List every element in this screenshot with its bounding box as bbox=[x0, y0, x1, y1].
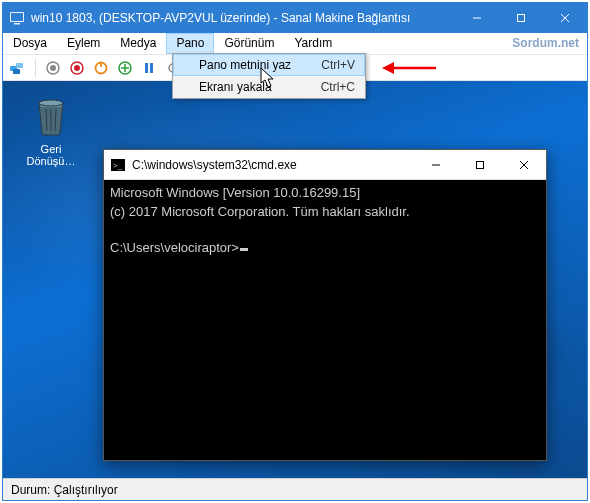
titlebar[interactable]: win10 1803, (DESKTOP-AVP2VUL üzerinde) -… bbox=[3, 3, 587, 33]
save-icon[interactable] bbox=[116, 59, 134, 77]
svg-rect-8 bbox=[16, 63, 23, 68]
menu-pano[interactable]: Pano bbox=[166, 33, 214, 54]
svg-point-13 bbox=[74, 65, 80, 71]
turnoff-icon[interactable] bbox=[68, 59, 86, 77]
menu-dosya[interactable]: Dosya bbox=[3, 33, 57, 54]
cmd-maximize-button[interactable] bbox=[458, 150, 502, 179]
svg-point-22 bbox=[39, 100, 63, 106]
menu-yardim[interactable]: Yardım bbox=[284, 33, 342, 54]
cmd-line2: (c) 2017 Microsoft Corporation. Tüm hakl… bbox=[110, 204, 410, 219]
annotation-arrow-icon bbox=[380, 60, 438, 76]
menu-eylem[interactable]: Eylem bbox=[57, 33, 110, 54]
cmd-window[interactable]: >_ C:\windows\system32\cmd.exe Microsoft… bbox=[103, 149, 547, 461]
svg-point-11 bbox=[50, 65, 56, 71]
svg-rect-17 bbox=[145, 63, 148, 73]
svg-rect-1 bbox=[11, 13, 23, 21]
toolbar-separator bbox=[35, 59, 36, 77]
shutdown-icon[interactable] bbox=[92, 59, 110, 77]
cmd-window-controls bbox=[414, 150, 546, 179]
cmd-title: C:\windows\system32\cmd.exe bbox=[132, 158, 414, 172]
svg-text:>_: >_ bbox=[113, 161, 123, 170]
trash-icon bbox=[31, 93, 71, 137]
menu-item-label: Pano metnini yaz bbox=[199, 58, 321, 72]
cmd-terminal[interactable]: Microsoft Windows [Version 10.0.16299.15… bbox=[104, 180, 546, 460]
cmd-cursor bbox=[240, 248, 248, 251]
statusbar: Durum: Çalıştırılıyor bbox=[3, 478, 587, 500]
menu-gorunum[interactable]: Görünüm bbox=[214, 33, 284, 54]
menu-item-shortcut: Ctrl+V bbox=[321, 58, 355, 72]
maximize-button[interactable] bbox=[499, 3, 543, 33]
svg-rect-26 bbox=[477, 161, 484, 168]
recycle-bin-label: Geri Dönüşü… bbox=[21, 143, 81, 167]
menu-item-ekrani-yakala[interactable]: Ekranı yakala Ctrl+C bbox=[173, 76, 365, 98]
cmd-minimize-button[interactable] bbox=[414, 150, 458, 179]
window-title: win10 1803, (DESKTOP-AVP2VUL üzerinde) -… bbox=[31, 11, 455, 25]
svg-rect-2 bbox=[14, 23, 20, 25]
cmd-prompt: C:\Users\velociraptor> bbox=[110, 240, 239, 255]
cmd-close-button[interactable] bbox=[502, 150, 546, 179]
watermark-text: Sordum.net bbox=[512, 36, 579, 50]
svg-rect-9 bbox=[13, 69, 20, 74]
cmd-line1: Microsoft Windows [Version 10.0.16299.15… bbox=[110, 185, 360, 200]
vm-app-icon bbox=[9, 10, 25, 26]
svg-rect-4 bbox=[518, 15, 525, 22]
window-controls bbox=[455, 3, 587, 33]
svg-rect-18 bbox=[150, 63, 153, 73]
vm-desktop[interactable]: Geri Dönüşü… >_ C:\windows\system32\cmd.… bbox=[3, 81, 587, 478]
menu-medya[interactable]: Medya bbox=[110, 33, 166, 54]
cmd-titlebar[interactable]: >_ C:\windows\system32\cmd.exe bbox=[104, 150, 546, 180]
menu-item-label: Ekranı yakala bbox=[199, 80, 321, 94]
status-text: Durum: Çalıştırılıyor bbox=[11, 483, 118, 497]
pano-dropdown-menu: Pano metnini yaz Ctrl+V Ekranı yakala Ct… bbox=[172, 53, 366, 99]
pause-icon[interactable] bbox=[140, 59, 158, 77]
menu-item-shortcut: Ctrl+C bbox=[321, 80, 355, 94]
minimize-button[interactable] bbox=[455, 3, 499, 33]
close-button[interactable] bbox=[543, 3, 587, 33]
cmd-app-icon: >_ bbox=[110, 157, 126, 173]
recycle-bin-icon[interactable]: Geri Dönüşü… bbox=[21, 93, 81, 167]
menu-item-pano-metnini-yaz[interactable]: Pano metnini yaz Ctrl+V bbox=[173, 54, 365, 76]
menubar: Dosya Eylem Medya Pano Görünüm Yardım So… bbox=[3, 33, 587, 55]
start-icon[interactable] bbox=[44, 59, 62, 77]
ctrl-alt-del-icon[interactable] bbox=[9, 59, 27, 77]
